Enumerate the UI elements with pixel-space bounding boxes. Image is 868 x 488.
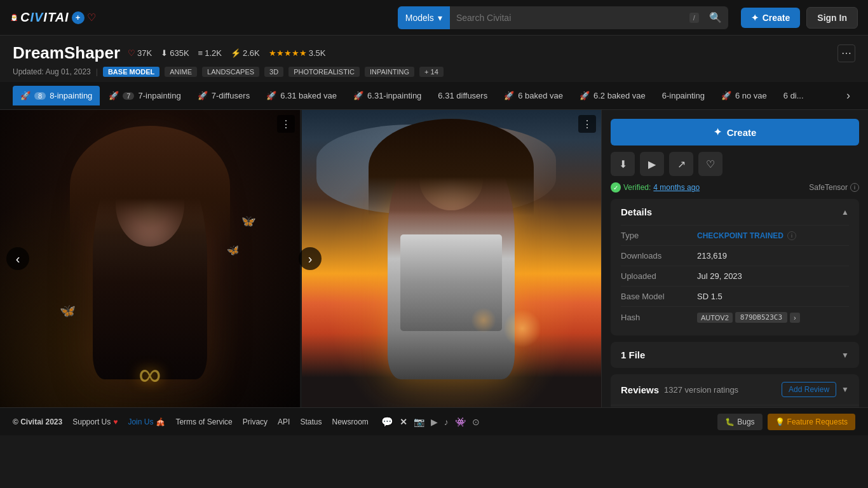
reviews-collapse-icon: ▼ [841, 385, 849, 394]
info-icon: i [850, 183, 859, 192]
type-label: Type [621, 231, 697, 240]
image-2-more-button[interactable]: ⋮ [578, 115, 596, 133]
footer-support-link[interactable]: Support Us ♥ [72, 417, 118, 426]
bugs-button[interactable]: 🐛 Bugs [717, 414, 762, 430]
action-buttons-row: ⬇ ▶ ↗ ♡ [611, 152, 859, 176]
details-title: Details [621, 207, 652, 217]
more-options-button[interactable]: ⋯ [837, 44, 855, 62]
search-input[interactable] [450, 13, 689, 23]
instagram-icon[interactable]: 📷 [414, 417, 424, 427]
likes-stat: ♡ 37K [128, 48, 152, 58]
search-submit-button[interactable]: 🔍 [703, 11, 728, 24]
landscapes-tag[interactable]: LANDSCAPES [202, 67, 259, 77]
rocket-icon-8: 🚀 [721, 91, 731, 100]
rocket-icon-4: 🚀 [266, 91, 276, 100]
footer-support-heart-icon: ♥ [113, 417, 118, 426]
tab-7d[interactable]: 🚀 7-diffusers [190, 86, 257, 105]
safe-tensor-badge: SafeTensor i [809, 183, 859, 192]
hash-value-container: AUTOV2 879DB523C3 › [697, 312, 800, 323]
sidebar-create-label: Create [727, 127, 757, 138]
reviews-header: Reviews 1327 version ratings Add Review … [611, 374, 859, 405]
tab-6nv[interactable]: 🚀 6 no vae [714, 86, 775, 105]
sidebar-heart-button[interactable]: ♡ [698, 152, 722, 176]
play-button[interactable]: ▶ [640, 152, 664, 176]
tab-631bv[interactable]: 🚀 6.31 baked vae [259, 86, 344, 105]
verified-date[interactable]: 4 months ago [653, 183, 700, 192]
updated-text: Updated: Aug 01, 2023 [13, 67, 91, 76]
rocket-icon: 🚀 [20, 91, 31, 100]
discord-icon[interactable]: 💬 [381, 416, 393, 428]
tab-8-num: 8 [34, 92, 46, 100]
details-section-header[interactable]: Details ▲ [611, 199, 859, 225]
inpainting-tag[interactable]: INPAINTING [365, 67, 414, 77]
hash-value-badge: 879DB523C3 [735, 312, 787, 323]
gallery-next-button[interactable]: › [299, 247, 322, 270]
tab-62bv[interactable]: 🚀 6.2 baked vae [572, 86, 653, 105]
feature-requests-button[interactable]: 💡 Feature Requests [768, 414, 855, 430]
logo-icon: 🎅 [10, 14, 18, 21]
footer-status-link[interactable]: Status [300, 417, 322, 426]
brush-icon: ✦ [714, 126, 722, 138]
footer-join-link[interactable]: Join Us 🎪 [128, 417, 165, 426]
tab-7[interactable]: 🚀 7 7-inpainting [101, 86, 188, 105]
tab-6di[interactable]: 6 di... [776, 86, 811, 105]
base-model-label: Base Model [621, 292, 697, 301]
youtube-icon[interactable]: ▶ [431, 417, 438, 427]
comments-stat: ≡ 1.2K [198, 48, 222, 58]
photorealistic-tag[interactable]: PHOTOREALISTIC [288, 67, 360, 77]
footer-api-link[interactable]: API [278, 417, 290, 426]
reviews-title-group: Reviews 1327 version ratings [621, 384, 738, 395]
twitter-x-icon[interactable]: ✕ [400, 417, 407, 427]
type-value: CHECKPOINT TRAINED i [697, 231, 796, 240]
tiktok-icon[interactable]: ♪ [444, 417, 449, 427]
search-models-dropdown[interactable]: Models ▾ [398, 6, 450, 29]
tab-6bv[interactable]: 🚀 6 baked vae [496, 86, 571, 105]
verified-check-icon: ✓ [611, 182, 621, 193]
model-title-row: DreamShaper ♡ 37K ⬇ 635K ≡ 1.2K ⚡ 2.6K ★… [13, 43, 855, 63]
logo-plus-button[interactable]: + [72, 11, 85, 24]
file-section-header[interactable]: 1 File ▼ [611, 342, 859, 368]
share-button[interactable]: ↗ [669, 152, 693, 176]
verified-text: Verified: [623, 183, 651, 192]
uploaded-row: Uploaded Jul 29, 2023 [621, 266, 849, 286]
logo[interactable]: 🎅 CIVITAI + ♡ [10, 10, 96, 25]
footer-privacy-link[interactable]: Privacy [243, 417, 268, 426]
download-icon: ⬇ [161, 48, 168, 58]
gallery-prev-button[interactable]: ‹ [6, 247, 29, 270]
downloads-stat: ⬇ 635K [161, 48, 189, 58]
hash-copy-button[interactable]: › [790, 313, 800, 323]
comment-icon: ≡ [198, 48, 203, 58]
slash-key-icon: / [689, 13, 699, 23]
reviews-section: Reviews 1327 version ratings Add Review … [611, 374, 859, 407]
3d-tag[interactable]: 3D [264, 67, 283, 77]
models-label: Models [405, 13, 434, 23]
tab-8[interactable]: 🚀 8 8-inpainting [13, 86, 100, 105]
more-tags[interactable]: + 14 [419, 67, 444, 77]
hash-row: Hash AUTOV2 879DB523C3 › [621, 306, 849, 328]
tab-6i-label: 6-inpainting [662, 91, 705, 100]
add-review-button[interactable]: Add Review [782, 382, 836, 397]
details-section: Details ▲ Type CHECKPOINT TRAINED i Down… [611, 199, 859, 336]
tab-631i[interactable]: 🚀 6.31-inpainting [346, 86, 429, 105]
reddit-icon[interactable]: 👾 [455, 417, 466, 427]
reviews-count: 1327 version ratings [664, 385, 738, 395]
create-button[interactable]: ✦ Create [741, 8, 801, 28]
anime-tag[interactable]: ANIME [165, 67, 197, 77]
footer: © Civitai 2023 Support Us ♥ Join Us 🎪 Te… [0, 407, 868, 435]
footer-newsroom-link[interactable]: Newsroom [332, 417, 368, 426]
github-icon[interactable]: ⊙ [472, 417, 480, 427]
footer-terms-link[interactable]: Terms of Service [175, 417, 232, 426]
download-button[interactable]: ⬇ [611, 152, 635, 176]
tab-6i[interactable]: 6-inpainting [654, 86, 712, 105]
tabs-scroll-right-button[interactable]: › [841, 89, 855, 102]
type-info-icon: i [787, 231, 796, 240]
signin-button[interactable]: Sign In [806, 7, 858, 29]
sidebar-create-button[interactable]: ✦ Create [611, 119, 859, 146]
tab-631d[interactable]: 6.31 diffusers [430, 86, 495, 105]
image-1-more-button[interactable]: ⋮ [277, 115, 295, 133]
main-content: 🦋 🦋 🦋 🦋 ∞ ⋮ [0, 110, 868, 407]
base-model-tag[interactable]: BASE MODEL [103, 67, 159, 77]
wand-icon: ✦ [751, 13, 759, 23]
reviews-title: Reviews [621, 384, 659, 395]
tab-6bv-label: 6 baked vae [518, 91, 563, 100]
